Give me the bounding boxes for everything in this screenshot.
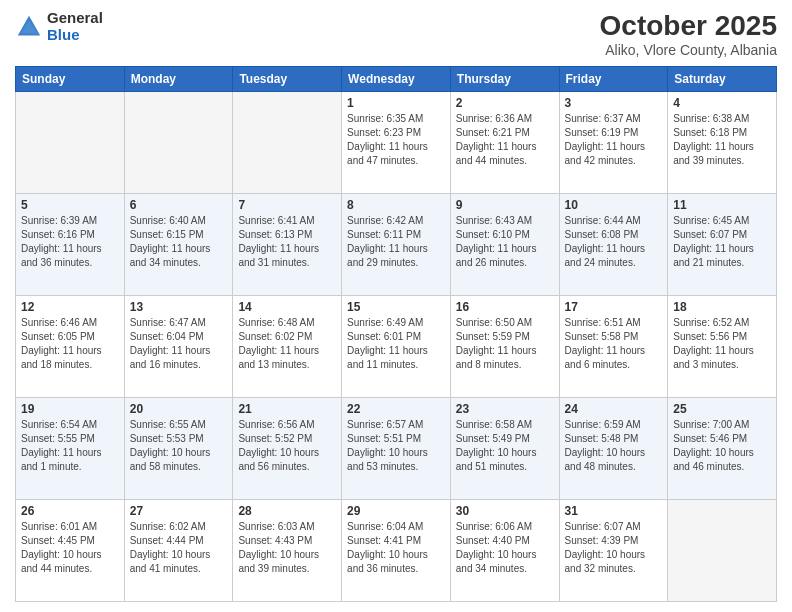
day-number: 16 <box>456 300 554 314</box>
day-number: 15 <box>347 300 445 314</box>
day-number: 26 <box>21 504 119 518</box>
table-row: 28Sunrise: 6:03 AM Sunset: 4:43 PM Dayli… <box>233 500 342 602</box>
day-info: Sunrise: 6:37 AM Sunset: 6:19 PM Dayligh… <box>565 112 663 168</box>
day-info: Sunrise: 6:49 AM Sunset: 6:01 PM Dayligh… <box>347 316 445 372</box>
day-info: Sunrise: 6:38 AM Sunset: 6:18 PM Dayligh… <box>673 112 771 168</box>
day-info: Sunrise: 6:02 AM Sunset: 4:44 PM Dayligh… <box>130 520 228 576</box>
day-number: 9 <box>456 198 554 212</box>
subtitle: Aliko, Vlore County, Albania <box>600 42 777 58</box>
table-row: 4Sunrise: 6:38 AM Sunset: 6:18 PM Daylig… <box>668 92 777 194</box>
table-row: 1Sunrise: 6:35 AM Sunset: 6:23 PM Daylig… <box>342 92 451 194</box>
day-number: 27 <box>130 504 228 518</box>
day-info: Sunrise: 6:44 AM Sunset: 6:08 PM Dayligh… <box>565 214 663 270</box>
table-row <box>16 92 125 194</box>
table-row: 15Sunrise: 6:49 AM Sunset: 6:01 PM Dayli… <box>342 296 451 398</box>
table-row: 6Sunrise: 6:40 AM Sunset: 6:15 PM Daylig… <box>124 194 233 296</box>
table-row: 16Sunrise: 6:50 AM Sunset: 5:59 PM Dayli… <box>450 296 559 398</box>
day-number: 6 <box>130 198 228 212</box>
day-number: 17 <box>565 300 663 314</box>
table-row: 22Sunrise: 6:57 AM Sunset: 5:51 PM Dayli… <box>342 398 451 500</box>
table-row: 14Sunrise: 6:48 AM Sunset: 6:02 PM Dayli… <box>233 296 342 398</box>
col-sunday: Sunday <box>16 67 125 92</box>
table-row: 13Sunrise: 6:47 AM Sunset: 6:04 PM Dayli… <box>124 296 233 398</box>
day-number: 7 <box>238 198 336 212</box>
day-info: Sunrise: 6:43 AM Sunset: 6:10 PM Dayligh… <box>456 214 554 270</box>
day-info: Sunrise: 6:04 AM Sunset: 4:41 PM Dayligh… <box>347 520 445 576</box>
day-info: Sunrise: 6:47 AM Sunset: 6:04 PM Dayligh… <box>130 316 228 372</box>
day-number: 8 <box>347 198 445 212</box>
table-row: 8Sunrise: 6:42 AM Sunset: 6:11 PM Daylig… <box>342 194 451 296</box>
table-row: 18Sunrise: 6:52 AM Sunset: 5:56 PM Dayli… <box>668 296 777 398</box>
table-row: 10Sunrise: 6:44 AM Sunset: 6:08 PM Dayli… <box>559 194 668 296</box>
day-info: Sunrise: 6:07 AM Sunset: 4:39 PM Dayligh… <box>565 520 663 576</box>
day-number: 5 <box>21 198 119 212</box>
day-info: Sunrise: 6:57 AM Sunset: 5:51 PM Dayligh… <box>347 418 445 474</box>
col-saturday: Saturday <box>668 67 777 92</box>
table-row: 3Sunrise: 6:37 AM Sunset: 6:19 PM Daylig… <box>559 92 668 194</box>
calendar-week-row: 1Sunrise: 6:35 AM Sunset: 6:23 PM Daylig… <box>16 92 777 194</box>
day-number: 21 <box>238 402 336 416</box>
col-thursday: Thursday <box>450 67 559 92</box>
table-row: 19Sunrise: 6:54 AM Sunset: 5:55 PM Dayli… <box>16 398 125 500</box>
table-row: 11Sunrise: 6:45 AM Sunset: 6:07 PM Dayli… <box>668 194 777 296</box>
day-info: Sunrise: 6:01 AM Sunset: 4:45 PM Dayligh… <box>21 520 119 576</box>
day-number: 12 <box>21 300 119 314</box>
day-number: 13 <box>130 300 228 314</box>
day-number: 28 <box>238 504 336 518</box>
day-number: 14 <box>238 300 336 314</box>
day-info: Sunrise: 6:54 AM Sunset: 5:55 PM Dayligh… <box>21 418 119 474</box>
day-number: 3 <box>565 96 663 110</box>
calendar-week-row: 5Sunrise: 6:39 AM Sunset: 6:16 PM Daylig… <box>16 194 777 296</box>
table-row: 9Sunrise: 6:43 AM Sunset: 6:10 PM Daylig… <box>450 194 559 296</box>
table-row: 30Sunrise: 6:06 AM Sunset: 4:40 PM Dayli… <box>450 500 559 602</box>
table-row: 26Sunrise: 6:01 AM Sunset: 4:45 PM Dayli… <box>16 500 125 602</box>
day-number: 30 <box>456 504 554 518</box>
table-row <box>668 500 777 602</box>
day-info: Sunrise: 6:56 AM Sunset: 5:52 PM Dayligh… <box>238 418 336 474</box>
day-info: Sunrise: 6:50 AM Sunset: 5:59 PM Dayligh… <box>456 316 554 372</box>
calendar-table: Sunday Monday Tuesday Wednesday Thursday… <box>15 66 777 602</box>
header: General Blue October 2025 Aliko, Vlore C… <box>15 10 777 58</box>
table-row: 25Sunrise: 7:00 AM Sunset: 5:46 PM Dayli… <box>668 398 777 500</box>
day-info: Sunrise: 6:36 AM Sunset: 6:21 PM Dayligh… <box>456 112 554 168</box>
logo-general-text: General <box>47 10 103 27</box>
day-number: 2 <box>456 96 554 110</box>
table-row: 20Sunrise: 6:55 AM Sunset: 5:53 PM Dayli… <box>124 398 233 500</box>
table-row: 17Sunrise: 6:51 AM Sunset: 5:58 PM Dayli… <box>559 296 668 398</box>
day-info: Sunrise: 6:03 AM Sunset: 4:43 PM Dayligh… <box>238 520 336 576</box>
table-row: 21Sunrise: 6:56 AM Sunset: 5:52 PM Dayli… <box>233 398 342 500</box>
day-info: Sunrise: 7:00 AM Sunset: 5:46 PM Dayligh… <box>673 418 771 474</box>
day-number: 22 <box>347 402 445 416</box>
calendar-week-row: 12Sunrise: 6:46 AM Sunset: 6:05 PM Dayli… <box>16 296 777 398</box>
calendar-week-row: 19Sunrise: 6:54 AM Sunset: 5:55 PM Dayli… <box>16 398 777 500</box>
calendar-week-row: 26Sunrise: 6:01 AM Sunset: 4:45 PM Dayli… <box>16 500 777 602</box>
day-info: Sunrise: 6:45 AM Sunset: 6:07 PM Dayligh… <box>673 214 771 270</box>
logo: General Blue <box>15 10 103 43</box>
day-number: 20 <box>130 402 228 416</box>
day-number: 29 <box>347 504 445 518</box>
day-info: Sunrise: 6:48 AM Sunset: 6:02 PM Dayligh… <box>238 316 336 372</box>
table-row: 2Sunrise: 6:36 AM Sunset: 6:21 PM Daylig… <box>450 92 559 194</box>
day-number: 18 <box>673 300 771 314</box>
main-title: October 2025 <box>600 10 777 42</box>
table-row <box>233 92 342 194</box>
table-row: 24Sunrise: 6:59 AM Sunset: 5:48 PM Dayli… <box>559 398 668 500</box>
day-number: 4 <box>673 96 771 110</box>
day-info: Sunrise: 6:40 AM Sunset: 6:15 PM Dayligh… <box>130 214 228 270</box>
table-row: 31Sunrise: 6:07 AM Sunset: 4:39 PM Dayli… <box>559 500 668 602</box>
day-number: 25 <box>673 402 771 416</box>
day-info: Sunrise: 6:58 AM Sunset: 5:49 PM Dayligh… <box>456 418 554 474</box>
day-number: 24 <box>565 402 663 416</box>
logo-text: General Blue <box>47 10 103 43</box>
page: General Blue October 2025 Aliko, Vlore C… <box>0 0 792 612</box>
col-monday: Monday <box>124 67 233 92</box>
table-row: 29Sunrise: 6:04 AM Sunset: 4:41 PM Dayli… <box>342 500 451 602</box>
logo-blue-text: Blue <box>47 27 103 44</box>
table-row: 27Sunrise: 6:02 AM Sunset: 4:44 PM Dayli… <box>124 500 233 602</box>
col-friday: Friday <box>559 67 668 92</box>
table-row: 5Sunrise: 6:39 AM Sunset: 6:16 PM Daylig… <box>16 194 125 296</box>
title-block: October 2025 Aliko, Vlore County, Albani… <box>600 10 777 58</box>
table-row: 7Sunrise: 6:41 AM Sunset: 6:13 PM Daylig… <box>233 194 342 296</box>
table-row <box>124 92 233 194</box>
day-info: Sunrise: 6:59 AM Sunset: 5:48 PM Dayligh… <box>565 418 663 474</box>
